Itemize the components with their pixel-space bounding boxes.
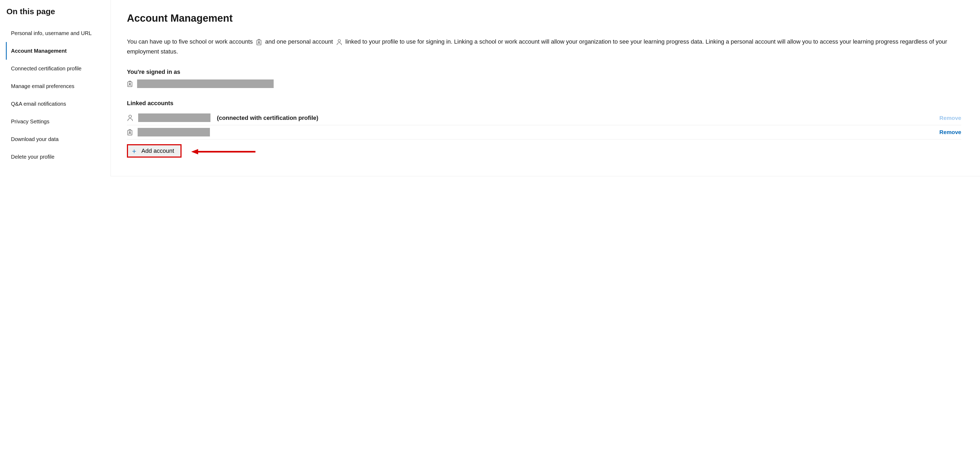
linked-account-row: (connected with certification profile) R… — [127, 111, 961, 125]
account-management-panel: Account Management You can have up to fi… — [111, 0, 980, 176]
badge-icon — [127, 80, 133, 87]
linked-account-row: Remove — [127, 125, 961, 139]
svg-point-5 — [129, 115, 132, 118]
linked-accounts-heading: Linked accounts — [127, 99, 961, 108]
desc-text-1: You can have up to five school or work a… — [127, 38, 253, 45]
signed-in-account-row — [127, 79, 961, 88]
nav-manage-email-preferences[interactable]: Manage email preferences — [6, 77, 111, 95]
person-icon — [336, 39, 342, 45]
badge-icon — [256, 38, 262, 46]
nav-connected-certification[interactable]: Connected certification profile — [6, 60, 111, 77]
nav-delete-your-profile[interactable]: Delete your profile — [6, 148, 111, 166]
account-description: You can have up to five school or work a… — [127, 36, 961, 57]
signed-in-heading: You're signed in as — [127, 67, 961, 76]
desc-text-2: and one personal account — [265, 38, 333, 45]
add-account-label: Add account — [142, 147, 174, 154]
add-account-button[interactable]: ＋ Add account — [127, 144, 181, 158]
svg-point-4 — [129, 83, 130, 84]
svg-point-1 — [258, 41, 260, 43]
linked-account-redacted — [138, 114, 210, 122]
page-title: Account Management — [127, 11, 961, 26]
nav-download-your-data[interactable]: Download your data — [6, 130, 111, 148]
badge-icon — [127, 129, 133, 136]
nav-account-management[interactable]: Account Management — [6, 42, 111, 60]
nav-personal-info[interactable]: Personal info, username and URL — [6, 24, 111, 42]
signed-in-account-redacted — [137, 79, 274, 88]
remove-linked-account-button[interactable]: Remove — [939, 114, 961, 122]
linked-accounts-list: (connected with certification profile) R… — [127, 111, 961, 139]
person-icon — [127, 114, 134, 121]
linked-account-note: (connected with certification profile) — [217, 114, 318, 122]
annotation-arrow-icon — [191, 149, 255, 155]
svg-point-2 — [338, 40, 340, 42]
on-this-page-nav: On this page Personal info, username and… — [0, 0, 111, 176]
svg-marker-9 — [191, 149, 198, 154]
nav-privacy-settings[interactable]: Privacy Settings — [6, 112, 111, 130]
sidebar-title: On this page — [6, 5, 111, 17]
plus-icon: ＋ — [130, 147, 138, 154]
svg-point-7 — [129, 131, 130, 133]
linked-account-redacted — [138, 128, 210, 136]
nav-qa-email-notifications[interactable]: Q&A email notifications — [6, 95, 111, 112]
remove-linked-account-button[interactable]: Remove — [939, 128, 961, 136]
